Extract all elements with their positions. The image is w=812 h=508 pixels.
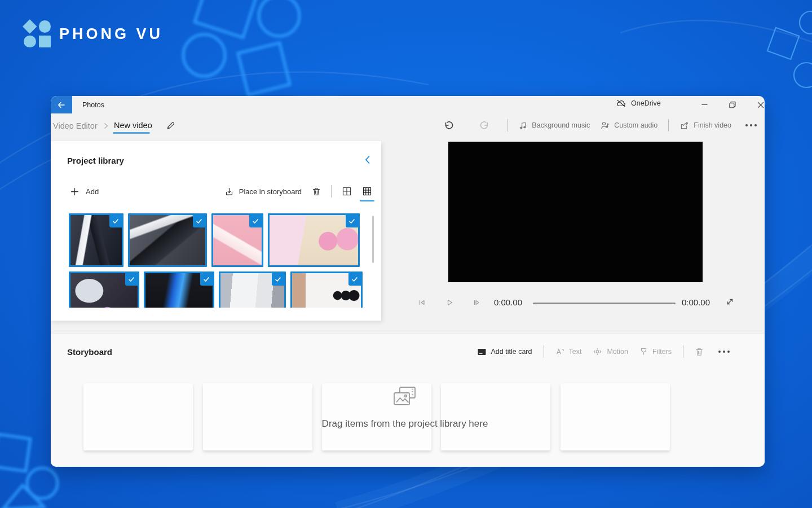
next-frame-icon [472,298,481,307]
collapse-panel-button[interactable] [364,155,371,165]
toolbar-separator [331,185,332,198]
current-time: 0:00.00 [494,297,522,307]
filters-icon [639,347,648,356]
motion-button[interactable]: Motion [593,347,628,356]
selected-check-icon [272,273,284,286]
restore-icon [729,102,736,108]
breadcrumb-section[interactable]: Video Editor [53,121,98,130]
storyboard-section: Storyboard Add title card Text Motion Fi… [51,333,765,467]
selected-check-icon [249,215,262,227]
restore-button[interactable] [723,96,742,113]
add-media-button[interactable]: Add [70,187,99,196]
library-thumbnail-white-phone[interactable] [290,271,363,308]
music-note-icon [519,121,527,130]
storyboard-empty-slot[interactable] [561,383,670,450]
brand-name: PHONG VU [59,25,163,43]
selected-check-icon [193,215,205,227]
project-library-title: Project library [67,156,124,165]
back-button[interactable] [51,96,72,113]
text-icon [555,347,564,356]
close-button[interactable] [751,96,765,113]
onedrive-label: OneDrive [631,99,661,107]
selected-check-icon [348,273,361,286]
library-thumbnail-mice[interactable] [69,271,139,308]
library-thumbnail-phone-screen[interactable] [144,271,214,308]
redo-button[interactable] [479,120,490,130]
library-thumbnail-phones-gray[interactable] [128,213,207,267]
text-button[interactable]: Text [555,347,582,356]
library-thumbnail-foldable[interactable] [219,271,286,308]
place-in-storyboard-icon [224,187,234,196]
place-in-storyboard-button[interactable]: Place in storyboard [224,187,302,196]
storyboard-toolbar: Add title card Text Motion Filters [477,345,733,358]
storyboard-delete-button[interactable] [695,347,704,357]
selected-check-icon [109,215,122,227]
toolbar-separator [683,345,683,358]
add-title-card-button[interactable]: Add title card [477,348,532,356]
library-thumbnail-phones-dark[interactable] [69,213,123,267]
grid-3x3-icon [362,186,372,196]
toolbar-separator [668,119,669,132]
next-frame-button[interactable] [472,298,481,307]
custom-audio-button[interactable]: Custom audio [601,121,657,130]
storyboard-more-button[interactable] [715,351,733,353]
library-scrollbar[interactable] [372,216,374,263]
library-thumbnail-pink-keyboard[interactable] [211,213,263,267]
close-icon [757,102,764,108]
previous-frame-icon [417,298,426,307]
total-time: 0:00.00 [682,297,710,307]
photos-app-window: Photos OneDrive Video Editor New video B… [51,96,765,467]
person-audio-icon [601,121,610,130]
storyboard-empty-slot[interactable] [441,383,550,450]
project-library-panel: Project library Add Place in storyboard [51,141,381,321]
selected-check-icon [200,273,213,286]
fullscreen-button[interactable] [726,297,734,306]
redo-icon [479,120,490,130]
storyboard-empty-slot[interactable] [83,383,193,450]
title-card-icon [477,348,487,356]
finish-video-button[interactable]: Finish video [679,121,731,130]
plus-icon [70,187,80,196]
minimize-button[interactable] [695,96,714,113]
more-options-button[interactable] [742,124,760,126]
storyboard-empty-slot[interactable] [322,383,431,450]
project-library-toolbar: Add Place in storyboard [70,185,372,198]
minimize-icon [701,102,708,108]
seek-slider[interactable] [533,303,676,304]
library-thumbnail-grid [69,213,364,308]
expand-icon [726,297,734,306]
toolbar-separator [508,119,508,132]
trash-icon [695,347,704,357]
active-view-underline [360,200,374,202]
chevron-left-icon [364,155,371,165]
play-icon [445,298,454,307]
pencil-icon [166,121,175,130]
trash-icon [312,187,321,196]
play-button[interactable] [445,298,454,307]
selected-check-icon [125,273,138,286]
project-title-underline [113,132,150,134]
storyboard-title: Storyboard [67,347,112,357]
library-thumbnail-pink-headsets[interactable] [268,213,360,267]
back-arrow-icon [57,100,66,110]
filters-button[interactable]: Filters [639,347,672,356]
large-grid-view-button[interactable] [342,186,352,196]
phongvu-logo-icon [24,20,51,47]
undo-icon [443,120,454,130]
onedrive-cloud-slash-icon [616,99,626,107]
selected-check-icon [346,215,358,227]
delete-selected-button[interactable] [312,187,321,196]
small-grid-view-button[interactable] [362,186,372,196]
undo-button[interactable] [443,120,454,130]
background-music-button[interactable]: Background music [519,121,590,130]
onedrive-status[interactable]: OneDrive [616,99,661,107]
phongvu-logo: PHONG VU [24,20,163,47]
motion-icon [593,347,602,356]
export-icon [679,121,689,130]
storyboard-empty-slot[interactable] [203,383,312,450]
previous-frame-button[interactable] [417,298,426,307]
toolbar-separator [544,345,544,358]
project-title[interactable]: New video [114,121,152,130]
rename-project-button[interactable] [166,121,175,130]
video-preview[interactable] [448,142,703,282]
